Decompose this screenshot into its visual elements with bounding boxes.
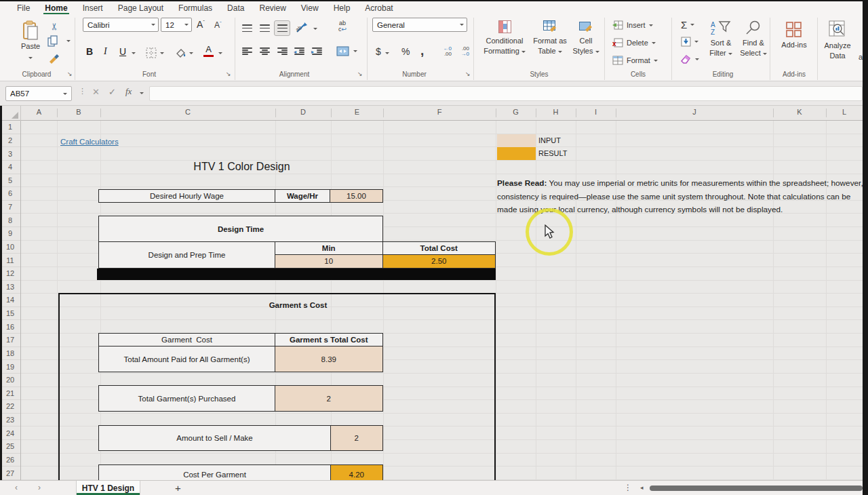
borders-button[interactable] [146,47,157,61]
delete-cells-button[interactable]: x Delete [612,38,656,47]
font-size-combo[interactable]: 12 [161,18,192,32]
clipboard-dialog-launcher[interactable]: ↘ [67,71,73,77]
underline-button[interactable]: U [119,46,126,57]
format-painter-button[interactable] [47,52,61,64]
fill-button[interactable] [681,37,698,47]
tab-acrobat[interactable]: Acrobat [357,1,400,14]
cancel-button[interactable]: ✕ [92,87,100,97]
design-total-value[interactable]: 2.50 [382,254,496,269]
col-header-L[interactable]: L [826,108,863,116]
tab-view[interactable]: View [294,1,326,14]
row-header[interactable]: 24 [0,427,20,440]
col-header-F[interactable]: F [383,108,496,116]
align-bottom-button[interactable] [274,20,290,36]
fill-color-button[interactable] [175,47,186,61]
merge-center-button[interactable] [336,46,349,59]
increase-decimal-button[interactable]: ←0 .00 [438,46,452,57]
font-color-button[interactable]: A [203,45,214,57]
wage-label-cell[interactable]: Desired Hourly Wage [98,189,275,203]
tab-bar-overflow[interactable]: ⋮ [624,483,632,492]
number-format-combo[interactable]: General [372,18,467,32]
decrease-indent-button[interactable]: ◂ [294,47,304,55]
col-header-J[interactable]: J [616,108,773,116]
garment-paid-label[interactable]: Total Amount Paid for All Garment(s) [98,346,275,372]
new-sheet-button[interactable]: + [175,482,181,494]
increase-indent-button[interactable]: ▸ [312,47,322,55]
row-header[interactable]: 2 [0,134,20,148]
row-header[interactable]: 6 [0,187,20,201]
design-prep-label[interactable]: Design and Prep Time [98,241,275,269]
wrap-text-button[interactable]: ab c↩ [335,20,350,33]
orientation-button[interactable]: ab [296,22,311,34]
col-header-D[interactable]: D [275,108,331,116]
align-center-button[interactable] [260,47,270,55]
tab-review[interactable]: Review [252,1,293,14]
italic-button[interactable]: I [104,46,107,57]
amount-sell-value[interactable]: 2 [330,425,384,452]
accounting-format-button[interactable]: $ [376,46,381,57]
paste-button[interactable]: Paste [15,19,46,66]
row-header[interactable]: 14 [0,294,20,307]
row-header[interactable]: 26 [0,454,20,467]
insert-function-button[interactable]: fx [125,86,132,97]
row-header[interactable]: 4 [0,161,20,174]
align-right-button[interactable] [277,47,288,55]
analyze-data-button[interactable]: AnalyzeData [819,20,856,61]
row-header[interactable]: 16 [0,320,20,334]
design-total-header[interactable]: Total Cost [382,241,496,256]
garment-cost-header[interactable]: Garment Cost [98,333,275,347]
craft-calculators-link[interactable]: Craft Calculators [60,138,119,146]
format-cells-button[interactable]: Format [612,56,658,65]
bold-button[interactable]: B [86,46,93,57]
copy-button[interactable] [47,35,71,47]
alignment-dialog-launcher[interactable]: ↘ [357,71,363,77]
formula-bar-chevron[interactable] [140,92,144,94]
sort-filter-button[interactable]: AZ Sort &Filter [704,20,738,58]
select-all-corner[interactable] [0,106,21,121]
col-header-I[interactable]: I [576,108,616,116]
merge-center-chevron[interactable] [353,50,357,52]
garment-paid-value[interactable]: 8.39 [275,346,384,372]
formula-input[interactable] [149,86,863,101]
col-header-K[interactable]: K [773,108,826,116]
row-header[interactable]: 5 [0,174,20,188]
col-header-B[interactable]: B [57,108,100,116]
clear-button[interactable] [681,54,699,64]
grow-font-button[interactable]: Aˆ [197,19,205,30]
sheet-tab-active[interactable]: HTV 1 Design [76,481,140,495]
font-name-combo[interactable]: Calibri [83,18,159,32]
row-header[interactable]: 7 [0,201,20,214]
col-header-H[interactable]: H [536,108,576,116]
decrease-decimal-button[interactable]: .00 →0 [456,46,469,57]
autosum-button[interactable]: Σ [681,19,694,31]
row-header[interactable]: 10 [0,241,20,254]
orientation-chevron[interactable] [313,28,317,30]
enter-button[interactable]: ✓ [108,87,116,97]
cell-styles-button[interactable]: CellStyles [570,20,602,56]
amount-sell-label[interactable]: Amount to Sell / Make [98,425,331,452]
tab-page-layout[interactable]: Page Layout [111,1,171,14]
align-middle-button[interactable] [260,24,270,32]
find-select-button[interactable]: Find &Select [738,20,769,58]
wage-value-cell[interactable]: 15.00 [330,189,383,203]
row-header[interactable]: 15 [0,307,20,321]
tab-insert[interactable]: Insert [75,1,111,14]
align-top-button[interactable] [242,24,252,32]
row-header[interactable]: 9 [0,227,20,241]
row-header[interactable]: 17 [0,334,20,347]
shrink-font-button[interactable]: Aˇ [214,20,222,30]
font-dialog-launcher[interactable]: ↘ [226,71,231,77]
design-time-header[interactable]: Design Time [98,216,383,242]
tab-help[interactable]: Help [326,1,358,14]
garment-total-header[interactable]: Garment s Total Cost [275,333,384,347]
row-header[interactable]: 8 [0,214,20,227]
design-min-header[interactable]: Min [275,241,384,256]
row-header[interactable]: 20 [0,374,20,387]
row-header[interactable]: 1 [0,121,20,134]
font-color-chevron[interactable] [218,52,222,54]
row-header[interactable]: 19 [0,360,20,374]
col-header-E[interactable]: E [331,108,383,116]
align-left-button[interactable] [242,47,252,55]
underline-options-chevron[interactable] [132,52,136,54]
row-header[interactable]: 3 [0,147,20,161]
